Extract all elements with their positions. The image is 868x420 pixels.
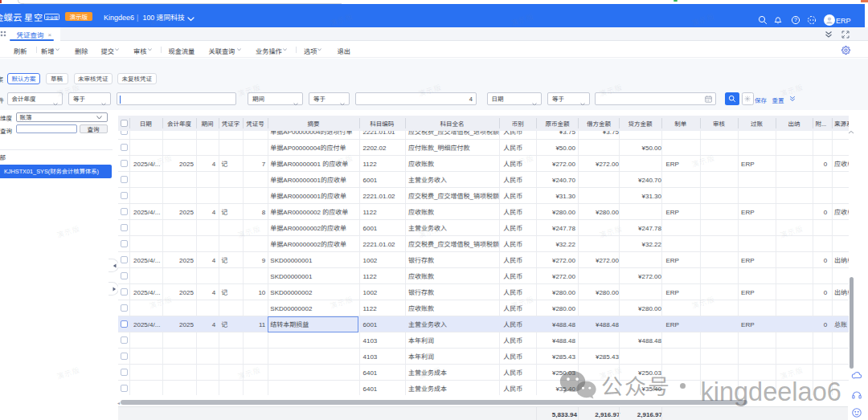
svg-text:?: ? [794,17,797,22]
